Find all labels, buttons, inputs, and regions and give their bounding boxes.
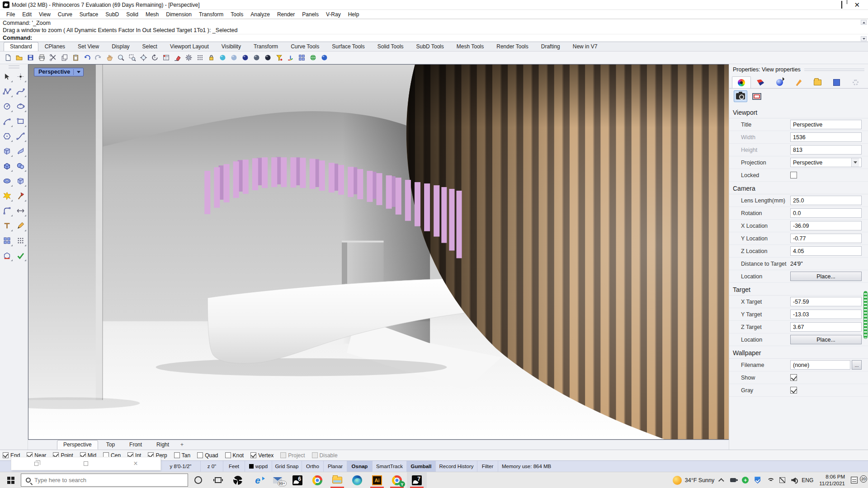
antivirus-tray-icon[interactable]: + bbox=[742, 477, 749, 483]
internet-explorer-icon[interactable]: e bbox=[248, 472, 268, 488]
save-file-icon[interactable] bbox=[25, 53, 35, 63]
circle-tool-icon[interactable] bbox=[1, 99, 14, 113]
blend-curve-icon[interactable] bbox=[14, 129, 27, 143]
menu-surface[interactable]: Surface bbox=[76, 10, 102, 19]
pen-settings-icon[interactable] bbox=[779, 477, 785, 483]
y-target-input[interactable] bbox=[790, 310, 862, 319]
properties-tab[interactable] bbox=[732, 76, 751, 88]
float-restore-button[interactable] bbox=[27, 458, 45, 469]
tab-surface-tools[interactable]: Surface Tools bbox=[326, 42, 371, 51]
boolean-splash-icon[interactable] bbox=[1, 189, 14, 202]
menu-help[interactable]: Help bbox=[344, 10, 363, 19]
units[interactable]: Feet bbox=[223, 461, 245, 472]
ellipse-tool-icon[interactable] bbox=[14, 99, 27, 113]
menu-render[interactable]: Render bbox=[274, 10, 298, 19]
viewtab-right[interactable]: Right bbox=[150, 440, 175, 450]
polygon-tool-icon[interactable] bbox=[1, 129, 14, 143]
material-tab[interactable] bbox=[751, 76, 770, 88]
render-tab[interactable] bbox=[770, 76, 789, 88]
gumball-icon[interactable] bbox=[285, 53, 295, 63]
locked-checkbox[interactable] bbox=[790, 172, 797, 178]
ortho-toggle[interactable]: Ortho bbox=[302, 461, 324, 472]
object-snap-icon[interactable] bbox=[195, 53, 205, 63]
menu-dimension[interactable]: Dimension bbox=[162, 10, 195, 19]
surface-from-points-icon[interactable] bbox=[1, 144, 14, 158]
osnap-disable[interactable]: Disable bbox=[312, 452, 338, 459]
zoom-dynamic-icon[interactable] bbox=[116, 53, 126, 63]
target-place-button[interactable]: Place... bbox=[790, 335, 862, 344]
surface-grid-icon[interactable] bbox=[14, 174, 27, 188]
viewtab-top[interactable]: Top bbox=[100, 440, 121, 450]
tab-subd-tools[interactable]: SubD Tools bbox=[410, 42, 450, 51]
tab-visibility[interactable]: Visibility bbox=[215, 42, 247, 51]
array-objects-icon[interactable] bbox=[1, 234, 14, 247]
viewport-canvas[interactable]: Perspective bbox=[28, 64, 729, 440]
arc-tool-icon[interactable] bbox=[1, 114, 14, 128]
volume-icon[interactable] bbox=[791, 478, 796, 483]
box-solid-icon[interactable] bbox=[1, 159, 14, 173]
ghosted-viewport-icon[interactable] bbox=[229, 53, 239, 63]
interpolate-curve-icon[interactable] bbox=[14, 84, 27, 98]
rhino7-icon[interactable]: 7 bbox=[407, 472, 427, 488]
menu-mesh[interactable]: Mesh bbox=[142, 10, 162, 19]
file-explorer-icon[interactable] bbox=[327, 472, 347, 488]
z-location-input[interactable] bbox=[790, 246, 862, 256]
record-history-toggle[interactable]: Record History bbox=[436, 461, 477, 472]
menu-subd[interactable]: SubD bbox=[102, 10, 123, 19]
filename-input[interactable] bbox=[790, 360, 850, 370]
split-axe-icon[interactable] bbox=[14, 189, 27, 202]
title-input[interactable] bbox=[790, 120, 862, 129]
x-target-input[interactable] bbox=[790, 297, 862, 306]
earth-render-icon[interactable] bbox=[308, 53, 318, 63]
lens-length-input[interactable] bbox=[790, 196, 862, 205]
tray-expand-chevron-icon[interactable] bbox=[718, 478, 724, 484]
task-view-icon[interactable] bbox=[208, 472, 228, 488]
tab-new-in-v7[interactable]: New in V7 bbox=[566, 42, 604, 51]
undo-icon[interactable] bbox=[82, 53, 92, 63]
new-file-icon[interactable] bbox=[3, 53, 13, 63]
osnap-quad[interactable]: Quad bbox=[197, 452, 218, 459]
x-location-input[interactable] bbox=[790, 221, 862, 230]
rotation-input[interactable] bbox=[790, 208, 862, 218]
restore-button[interactable] bbox=[841, 1, 842, 8]
tab-transform[interactable]: Transform bbox=[247, 42, 284, 51]
copy-icon[interactable] bbox=[59, 53, 69, 63]
osnap-knot[interactable]: Knot bbox=[225, 452, 244, 459]
tab-display[interactable]: Display bbox=[105, 42, 136, 51]
command-scroll-up[interactable] bbox=[861, 20, 867, 25]
chrome-icon[interactable] bbox=[307, 472, 327, 488]
fillet-curve-icon[interactable] bbox=[1, 204, 14, 217]
mail-icon[interactable]: 99+ bbox=[268, 472, 288, 488]
lock-objects-icon[interactable] bbox=[206, 53, 216, 63]
tab-solid-tools[interactable]: Solid Tools bbox=[371, 42, 410, 51]
pencil-sketch-icon[interactable] bbox=[14, 219, 27, 232]
measure-caliper-icon[interactable] bbox=[14, 204, 27, 217]
edge-icon[interactable] bbox=[347, 472, 367, 488]
zoom-extents-icon[interactable] bbox=[138, 53, 148, 63]
gray-checkbox[interactable] bbox=[790, 387, 797, 394]
width-input[interactable] bbox=[790, 132, 862, 142]
start-button[interactable] bbox=[0, 472, 21, 488]
height-input[interactable] bbox=[790, 145, 862, 155]
command-scroll-down[interactable] bbox=[861, 36, 867, 41]
tab-viewport-layout[interactable]: Viewport Layout bbox=[164, 42, 215, 51]
shaded-viewport-icon[interactable] bbox=[217, 53, 227, 63]
menu-view[interactable]: View bbox=[35, 10, 54, 19]
show-checkbox[interactable] bbox=[790, 374, 797, 381]
tab-select[interactable]: Select bbox=[136, 42, 164, 51]
menu-edit[interactable]: Edit bbox=[19, 10, 35, 19]
paste-icon[interactable] bbox=[71, 53, 80, 63]
z-target-input[interactable] bbox=[790, 322, 862, 332]
panel-scrollbar-thumb[interactable] bbox=[863, 291, 868, 339]
pinwheel-app-icon[interactable] bbox=[228, 472, 248, 488]
xray-viewport-icon[interactable] bbox=[251, 53, 261, 63]
rotate-view-icon[interactable] bbox=[150, 53, 160, 63]
tab-standard[interactable]: Standard bbox=[4, 42, 38, 51]
browse-button[interactable]: ... bbox=[852, 360, 862, 370]
help-ball-icon[interactable] bbox=[319, 53, 329, 63]
close-button[interactable]: ✕ bbox=[854, 3, 860, 7]
viewtab-perspective[interactable]: Perspective bbox=[57, 440, 98, 450]
help-tab[interactable] bbox=[827, 76, 846, 88]
rendered-viewport-icon[interactable] bbox=[240, 53, 250, 63]
menu-tools[interactable]: Tools bbox=[227, 10, 247, 19]
